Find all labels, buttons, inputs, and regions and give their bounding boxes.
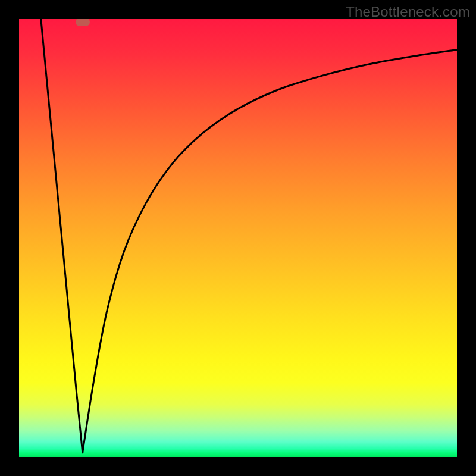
minimum-marker — [76, 19, 90, 26]
curve-layer — [19, 19, 457, 457]
plot-area — [19, 19, 457, 457]
watermark-text: TheBottleneck.com — [346, 4, 470, 20]
curve-group — [41, 19, 457, 453]
chart-frame: TheBottleneck.com — [0, 0, 476, 476]
curve-right-curve — [83, 50, 457, 453]
curve-left-branch — [41, 19, 83, 453]
